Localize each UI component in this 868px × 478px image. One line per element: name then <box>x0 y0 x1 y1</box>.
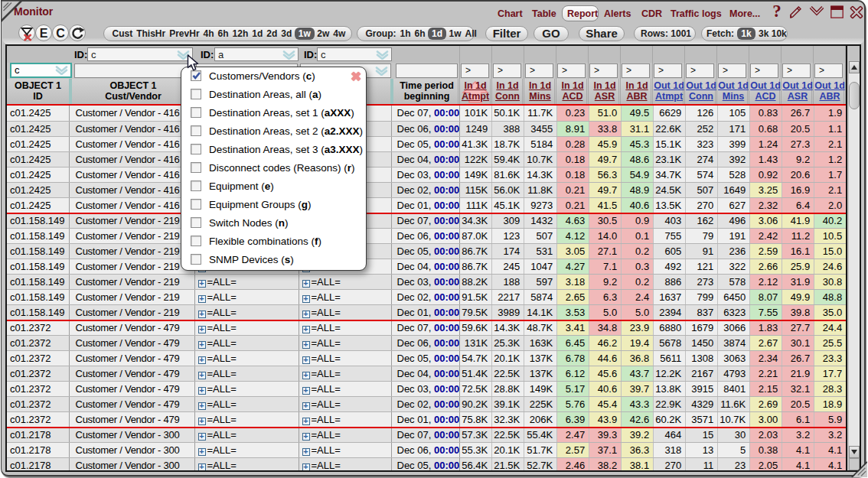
svg-text:?: ? <box>772 4 782 19</box>
